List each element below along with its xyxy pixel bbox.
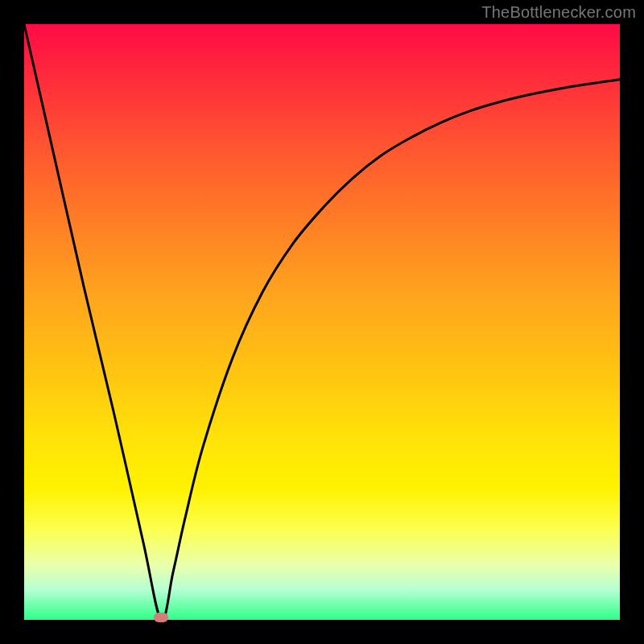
plot-area — [24, 24, 620, 620]
curve-svg — [24, 24, 620, 620]
bottleneck-curve-path — [24, 24, 620, 621]
minimum-marker — [154, 613, 168, 622]
chart-frame: TheBottlenecker.com — [0, 0, 644, 644]
attribution-label: TheBottlenecker.com — [481, 3, 636, 22]
